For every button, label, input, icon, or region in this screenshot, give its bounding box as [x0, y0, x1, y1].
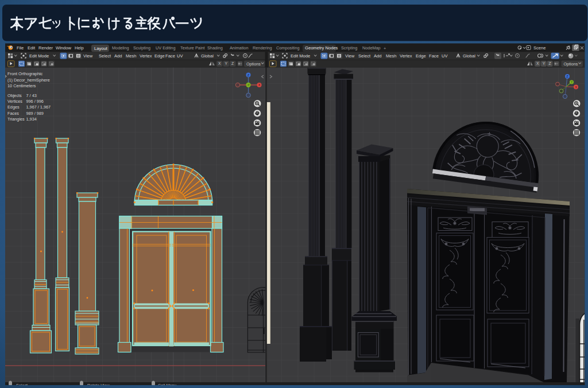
svg-text:Edit: Edit — [28, 45, 36, 51]
svg-text:1,934: 1,934 — [26, 117, 37, 122]
svg-text:Y: Y — [543, 61, 546, 65]
svg-text:Scripting: Scripting — [341, 45, 357, 51]
svg-text:Z: Z — [549, 61, 551, 65]
svg-text:Z: Z — [247, 73, 250, 77]
svg-text:Mesh: Mesh — [126, 53, 137, 59]
svg-text:Layout: Layout — [94, 46, 108, 51]
svg-text:Shading: Shading — [207, 45, 223, 51]
svg-text:Sculpting: Sculpting — [133, 45, 150, 51]
svg-text:X: X — [258, 83, 261, 87]
svg-text:Edges: Edges — [7, 104, 20, 110]
svg-text:Face: Face — [429, 53, 439, 59]
svg-text:Add: Add — [114, 53, 122, 59]
svg-text:NodeMap: NodeMap — [362, 45, 381, 51]
svg-text:1,967 / 1,967: 1,967 / 1,967 — [26, 104, 51, 110]
svg-text:Triangles: Triangles — [7, 117, 25, 122]
svg-text:Render: Render — [38, 45, 53, 51]
svg-text:Edit Mode: Edit Mode — [29, 53, 49, 59]
svg-text:Help: Help — [75, 45, 84, 51]
svg-text:-Y: -Y — [247, 83, 250, 87]
svg-text:Vertices: Vertices — [7, 99, 22, 104]
svg-text:Options: Options — [564, 61, 578, 67]
svg-text:X: X — [218, 61, 221, 65]
svg-text:Mesh: Mesh — [386, 53, 397, 59]
svg-text:Objects: Objects — [7, 93, 22, 98]
svg-text:Compositing: Compositing — [276, 45, 300, 51]
svg-text:Options: Options — [246, 61, 261, 67]
svg-text:UV: UV — [177, 53, 183, 59]
svg-text:Global: Global — [463, 53, 475, 59]
svg-text:Z: Z — [566, 75, 568, 78]
svg-text:Z: Z — [231, 61, 234, 65]
svg-text:Add: Add — [374, 53, 382, 59]
svg-text:X: X — [536, 61, 539, 65]
svg-text:10 Centimeters: 10 Centimeters — [7, 83, 36, 88]
svg-text:Edge: Edge — [154, 53, 165, 59]
svg-text:Global: Global — [201, 53, 214, 59]
svg-text:Edge: Edge — [416, 53, 426, 59]
svg-text:Animation: Animation — [230, 45, 248, 51]
svg-text:View: View — [345, 53, 355, 59]
svg-text:Scene: Scene — [533, 45, 546, 51]
svg-text:Vertex: Vertex — [140, 53, 152, 59]
svg-text:Edit Mode: Edit Mode — [291, 53, 310, 59]
svg-text:Vertex: Vertex — [400, 53, 412, 59]
svg-text:Window: Window — [56, 45, 72, 51]
svg-text:Geometry Nodes: Geometry Nodes — [305, 45, 338, 51]
svg-text:Faces: Faces — [7, 111, 19, 116]
svg-text:Y: Y — [225, 61, 228, 65]
svg-text:Select: Select — [358, 53, 371, 59]
svg-text:Rendering: Rendering — [253, 45, 272, 51]
svg-text:X: X — [575, 86, 577, 89]
svg-text:UV Editing: UV Editing — [156, 45, 175, 51]
svg-text:Modeling: Modeling — [112, 45, 129, 51]
svg-text:+: + — [384, 46, 386, 51]
svg-text:View: View — [83, 53, 93, 59]
svg-text:Texture Paint: Texture Paint — [180, 45, 205, 51]
svg-text:989 / 989: 989 / 989 — [26, 111, 44, 116]
svg-text:996 / 996: 996 / 996 — [26, 99, 44, 104]
svg-text:Face: Face — [165, 53, 175, 59]
svg-text:File: File — [17, 45, 24, 51]
svg-text:Front Orthographic: Front Orthographic — [7, 71, 43, 76]
svg-text:7 / 43: 7 / 43 — [26, 93, 37, 98]
svg-text:Select: Select — [99, 53, 111, 59]
svg-text:UV: UV — [442, 53, 448, 59]
svg-text:(1) Decor_hemiSphere: (1) Decor_hemiSphere — [7, 77, 50, 83]
